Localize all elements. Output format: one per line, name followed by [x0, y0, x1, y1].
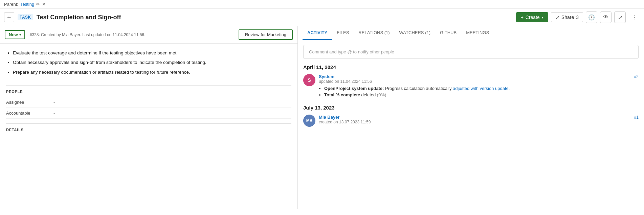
tab-relations[interactable]: RELATIONS (1): [354, 26, 394, 40]
back-button[interactable]: ←: [4, 12, 14, 22]
date-heading-july: July 13, 2023: [303, 105, 639, 111]
accountable-value: -: [53, 111, 55, 116]
description-section: Evaluate the test coverage and determine…: [0, 44, 297, 80]
system-activity-content: System #2 updated on 11.04.2024 11:56 Op…: [319, 74, 639, 99]
activity-area: Comment and type @ to notify other peopl…: [298, 40, 644, 209]
parent-link[interactable]: Testing: [20, 2, 34, 7]
status-chevron-icon: ▾: [19, 33, 21, 37]
description-item-1: Evaluate the test coverage and determine…: [13, 50, 291, 56]
right-panel: ACTIVITY FILES RELATIONS (1) WATCHERS (1…: [298, 26, 644, 209]
system-user-name: System: [319, 74, 334, 79]
system-activity-ref: #2: [634, 74, 639, 79]
system-activity-bullets: OpenProject system update: Progress calc…: [319, 86, 639, 97]
mia-avatar: MB: [303, 115, 315, 127]
left-subheader: New ▾ #328: Created by Mia Bayer. Last u…: [0, 26, 297, 44]
history-icon: 🕐: [588, 14, 595, 21]
tab-github[interactable]: GITHUB: [435, 26, 461, 40]
left-panel: New ▾ #328: Created by Mia Bayer. Last u…: [0, 26, 298, 209]
mia-user-name: Mia Bayer: [319, 115, 339, 120]
system-activity-time: updated on 11.04.2024 11:56: [319, 79, 639, 84]
review-button[interactable]: Review for Marketing: [239, 29, 293, 40]
share-button[interactable]: ⤢ Share 3: [551, 12, 583, 22]
activity-item-system: S System #2 updated on 11.04.2024 11:56 …: [303, 74, 639, 99]
bullet-bold-1: OpenProject system update:: [324, 86, 384, 91]
assignee-row: Assignee -: [6, 97, 291, 108]
bullet-openproject-update: OpenProject system update: Progress calc…: [324, 86, 639, 91]
share-icon: ⤢: [555, 15, 559, 20]
status-button[interactable]: New ▾: [5, 30, 25, 39]
create-button[interactable]: + Create ▾: [516, 12, 548, 22]
description-item-2: Obtain necessary approvals and sign-off …: [13, 59, 291, 66]
description-list: Evaluate the test coverage and determine…: [6, 50, 291, 76]
description-item-3: Prepare any necessary documentation or a…: [13, 69, 291, 76]
comment-box[interactable]: Comment and type @ to notify other peopl…: [303, 45, 639, 59]
people-section: PEOPLE Assignee - Accountable -: [0, 80, 297, 123]
main-layout: New ▾ #328: Created by Mia Bayer. Last u…: [0, 26, 644, 209]
tabs-bar: ACTIVITY FILES RELATIONS (1) WATCHERS (1…: [298, 26, 644, 40]
system-avatar: S: [303, 74, 315, 86]
date-group-april: April 11, 2024 S System #2 updated on 11…: [303, 64, 639, 99]
bullet-strikethrough: (0%): [377, 92, 386, 97]
tab-files[interactable]: FILES: [332, 26, 354, 40]
create-label: Create: [526, 15, 540, 20]
mia-activity-ref: #1: [634, 115, 639, 120]
system-activity-header: System #2: [319, 74, 639, 79]
details-section-title: DETAILS: [6, 123, 291, 132]
tab-activity[interactable]: ACTIVITY: [303, 26, 332, 40]
share-label: Share: [561, 15, 574, 20]
watch-button[interactable]: 👁: [600, 11, 612, 23]
bullet-bold-2: Total % complete: [324, 92, 360, 97]
bullet-text-1: Progress calculation automatically: [385, 86, 453, 91]
bullet-total-complete: Total % complete deleted (0%): [324, 92, 639, 97]
eye-icon: 👁: [603, 14, 608, 20]
date-group-july: July 13, 2023 MB Mia Bayer #1 created on…: [303, 105, 639, 127]
date-heading-april: April 11, 2024: [303, 64, 639, 70]
back-icon: ←: [6, 14, 12, 20]
close-parent-icon[interactable]: ✕: [42, 2, 46, 7]
tab-watchers[interactable]: WATCHERS (1): [395, 26, 435, 40]
details-section: DETAILS: [0, 123, 297, 140]
status-label: New: [9, 32, 18, 37]
tab-meetings[interactable]: MEETINGS: [461, 26, 494, 40]
bullet-link-1[interactable]: adjusted with version update.: [453, 86, 510, 91]
assignee-value: -: [53, 100, 55, 105]
task-title: Test Completion and Sign-off: [37, 14, 513, 21]
mia-activity-time: created on 13.07.2023 11:59: [319, 120, 639, 124]
review-label: Review for Marketing: [245, 32, 286, 37]
bullet-text-2: deleted: [361, 92, 377, 97]
expand-icon: ⤢: [618, 14, 622, 21]
task-badge: TASK: [18, 14, 33, 20]
history-button[interactable]: 🕐: [586, 11, 597, 23]
create-chevron-icon: ▾: [542, 16, 543, 19]
share-count: 3: [576, 15, 579, 20]
accountable-label: Accountable: [6, 111, 53, 116]
edit-parent-icon[interactable]: ✏: [36, 2, 40, 7]
mia-activity-content: Mia Bayer #1 created on 13.07.2023 11:59: [319, 115, 639, 127]
expand-button[interactable]: ⤢: [614, 11, 626, 23]
create-plus-icon: +: [521, 15, 524, 20]
more-options-button[interactable]: ⋮: [628, 11, 640, 23]
parent-bar: Parent: Testing ✏ ✕: [0, 0, 644, 9]
top-bar: ← TASK Test Completion and Sign-off + Cr…: [0, 9, 644, 26]
header-actions: + Create ▾ ⤢ Share 3 🕐 👁 ⤢ ⋮: [516, 11, 640, 23]
assignee-label: Assignee: [6, 100, 53, 105]
activity-item-mia: MB Mia Bayer #1 created on 13.07.2023 11…: [303, 115, 639, 127]
task-meta: #328: Created by Mia Bayer. Last updated…: [30, 32, 234, 37]
more-icon: ⋮: [631, 13, 638, 21]
parent-label: Parent:: [4, 2, 18, 7]
people-section-title: PEOPLE: [6, 85, 291, 94]
mia-activity-header: Mia Bayer #1: [319, 115, 639, 120]
accountable-row: Accountable -: [6, 108, 291, 119]
